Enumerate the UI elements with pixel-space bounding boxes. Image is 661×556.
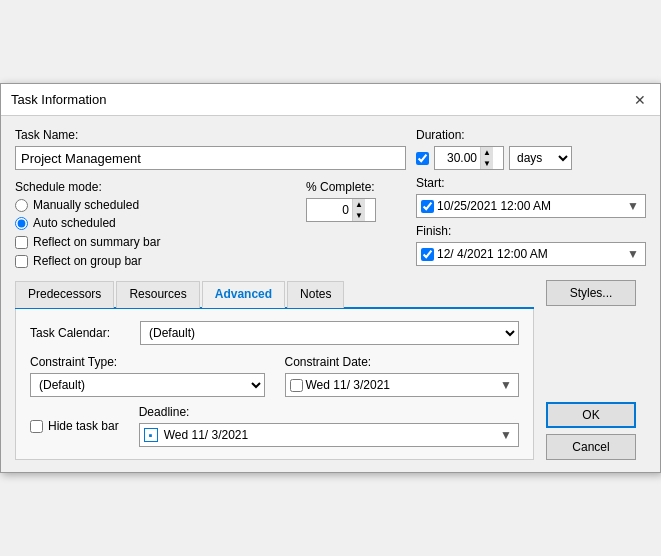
dialog-buttons: Styles... OK Cancel: [546, 280, 646, 460]
deadline-calendar-button[interactable]: ▼: [498, 428, 514, 442]
finish-date-row: Finish: 12/ 4/2021 12:00 AM ▼: [416, 224, 646, 266]
schedule-section: Schedule mode: Manually scheduled Auto s…: [15, 180, 286, 230]
reflect-group-label: Reflect on group bar: [33, 254, 142, 268]
pct-spinner[interactable]: ▲ ▼: [306, 198, 376, 222]
finish-date-value: 12/ 4/2021 12:00 AM: [437, 247, 622, 261]
deadline-blue-checkbox[interactable]: ▪: [144, 428, 158, 442]
cancel-button[interactable]: Cancel: [546, 434, 636, 460]
radio-manually-scheduled-input[interactable]: [15, 199, 28, 212]
start-checkbox[interactable]: [421, 200, 434, 213]
task-name-input[interactable]: [15, 146, 406, 170]
tab-resources[interactable]: Resources: [116, 281, 199, 308]
task-information-dialog: Task Information ✕ Task Name: Schedule m…: [0, 83, 661, 473]
duration-row: ▲ ▼ days hours weeks: [416, 146, 646, 170]
duration-checkbox[interactable]: [416, 152, 429, 165]
finish-calendar-button[interactable]: ▼: [625, 247, 641, 261]
tab-content: Task Calendar: (Default) Constraint Type…: [15, 309, 534, 460]
tab-notes[interactable]: Notes: [287, 281, 344, 308]
task-name-label: Task Name:: [15, 128, 406, 142]
deadline-col: Deadline: ▪ Wed 11/ 3/2021 ▼: [139, 405, 519, 447]
constraint-date-checkbox[interactable]: [290, 379, 303, 392]
duration-check-input[interactable]: [416, 152, 429, 165]
start-date-row: Start: 10/25/2021 12:00 AM ▼: [416, 176, 646, 218]
finish-checkbox[interactable]: [421, 248, 434, 261]
title-bar: Task Information ✕: [1, 84, 660, 116]
pct-up-arrow[interactable]: ▲: [353, 199, 365, 210]
finish-label: Finish:: [416, 224, 646, 238]
task-calendar-select[interactable]: (Default): [140, 321, 519, 345]
ok-button[interactable]: OK: [546, 402, 636, 428]
finish-date-field: 12/ 4/2021 12:00 AM ▼: [416, 242, 646, 266]
constraint-date-label: Constraint Date:: [285, 355, 520, 369]
tab-predecessors[interactable]: Predecessors: [15, 281, 114, 308]
duration-input[interactable]: [435, 147, 480, 169]
duration-spinner[interactable]: ▲ ▼: [434, 146, 504, 170]
deadline-check-mark: ▪: [149, 429, 153, 441]
styles-button[interactable]: Styles...: [546, 280, 636, 306]
constraint-type-label: Constraint Type:: [30, 355, 265, 369]
constraint-row: Constraint Type: (Default) Constraint Da…: [30, 355, 519, 397]
duration-spinner-arrows: ▲ ▼: [480, 147, 493, 169]
pct-spinner-arrows: ▲ ▼: [352, 199, 365, 221]
pct-input[interactable]: [307, 199, 352, 221]
start-calendar-button[interactable]: ▼: [625, 199, 641, 213]
constraint-type-col: Constraint Type: (Default): [30, 355, 265, 397]
hide-task-bar-checkbox[interactable]: [30, 420, 43, 433]
task-calendar-label: Task Calendar:: [30, 326, 130, 340]
tab-advanced[interactable]: Advanced: [202, 281, 285, 308]
reflect-group-input[interactable]: [15, 255, 28, 268]
radio-auto-scheduled-label: Auto scheduled: [33, 216, 116, 230]
constraint-date-field: Wed 11/ 3/2021 ▼: [285, 373, 520, 397]
reflect-summary-checkbox[interactable]: Reflect on summary bar: [15, 235, 406, 249]
dialog-title: Task Information: [11, 92, 106, 107]
right-section: Duration: ▲ ▼ days hours: [416, 128, 646, 268]
deadline-field: ▪ Wed 11/ 3/2021 ▼: [139, 423, 519, 447]
constraint-type-select[interactable]: (Default): [30, 373, 265, 397]
start-date-value: 10/25/2021 12:00 AM: [437, 199, 622, 213]
schedule-mode-label: Schedule mode:: [15, 180, 286, 194]
deadline-label: Deadline:: [139, 405, 519, 419]
bottom-buttons: OK Cancel: [546, 402, 646, 460]
hide-task-bar-row[interactable]: Hide task bar: [30, 419, 119, 433]
reflect-group-checkbox[interactable]: Reflect on group bar: [15, 254, 406, 268]
start-date-field: 10/25/2021 12:00 AM ▼: [416, 194, 646, 218]
hide-task-bar-label: Hide task bar: [48, 419, 119, 433]
reflect-summary-label: Reflect on summary bar: [33, 235, 160, 249]
radio-auto-scheduled-input[interactable]: [15, 217, 28, 230]
task-calendar-row: Task Calendar: (Default): [30, 321, 519, 345]
left-section: Task Name: Schedule mode: Manually sched…: [15, 128, 406, 268]
radio-manually-scheduled-label: Manually scheduled: [33, 198, 139, 212]
radio-auto-scheduled[interactable]: Auto scheduled: [15, 216, 286, 230]
tabs-section: Predecessors Resources Advanced Notes: [15, 280, 646, 460]
constraint-date-col: Constraint Date: Wed 11/ 3/2021 ▼: [285, 355, 520, 397]
constraint-date-value: Wed 11/ 3/2021: [306, 378, 496, 392]
tabs-left: Predecessors Resources Advanced Notes: [15, 280, 534, 460]
deadline-row: Hide task bar Deadline: ▪ Wed 11/ 3/2021…: [30, 405, 519, 447]
duration-up-arrow[interactable]: ▲: [481, 147, 493, 158]
pct-label: % Complete:: [306, 180, 406, 194]
start-label: Start:: [416, 176, 646, 190]
constraint-date-calendar[interactable]: ▼: [498, 378, 514, 392]
duration-label: Duration:: [416, 128, 646, 142]
reflect-summary-input[interactable]: [15, 236, 28, 249]
tab-bar: Predecessors Resources Advanced Notes: [15, 280, 534, 309]
close-button[interactable]: ✕: [630, 90, 650, 110]
duration-unit-select[interactable]: days hours weeks: [509, 146, 572, 170]
pct-section: % Complete: ▲ ▼: [306, 180, 406, 222]
duration-down-arrow[interactable]: ▼: [481, 158, 493, 169]
radio-manually-scheduled[interactable]: Manually scheduled: [15, 198, 286, 212]
deadline-date-value: Wed 11/ 3/2021: [161, 428, 495, 442]
pct-down-arrow[interactable]: ▼: [353, 210, 365, 221]
